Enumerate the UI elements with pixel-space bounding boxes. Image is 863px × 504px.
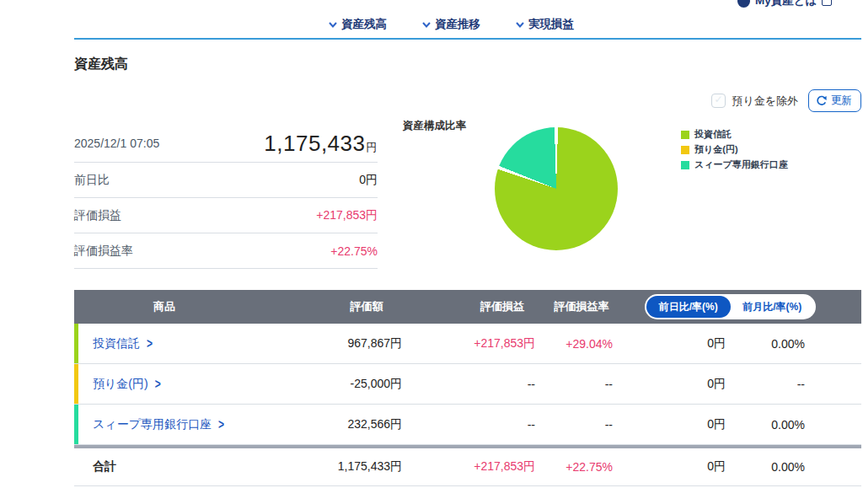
- valuation-pl-value: +217,853円: [316, 208, 378, 223]
- day-change-cell: 0円: [707, 448, 726, 485]
- legend-item: 預り金(円): [681, 143, 788, 156]
- my-asset-label: My資産とは: [755, 0, 817, 8]
- tab-realized-pl[interactable]: 実現損益: [516, 17, 574, 32]
- legend-swatch: [681, 146, 689, 154]
- summary-row-day-change: 前日比 0円: [74, 163, 378, 198]
- legend-swatch: [681, 161, 689, 169]
- pl-cell: +217,853円: [474, 448, 535, 485]
- summary-row-valuation-pl: 評価損益 +217,853円: [74, 198, 378, 233]
- as-of-timestamp: 2025/12/1 07:05: [74, 137, 159, 150]
- table-header: 商品 評価額 評価損益 評価損益率 前日比/率(%) 前月比/率(%): [74, 290, 861, 324]
- my-asset-help-link[interactable]: My資産とは: [737, 0, 832, 8]
- exclude-deposit-checkbox-wrap[interactable]: 預り金を除外: [711, 94, 798, 109]
- external-link-icon: [822, 0, 832, 6]
- tab-label: 資産推移: [435, 17, 480, 32]
- pl-rate-cell: --: [605, 405, 613, 444]
- tab-label: 資産残高: [341, 17, 387, 32]
- valuation-cell: 1,175,433円: [338, 448, 402, 485]
- refresh-button[interactable]: 更新: [808, 89, 861, 112]
- month-change-cell: 0.00%: [771, 405, 805, 444]
- checkbox-icon[interactable]: [711, 94, 726, 108]
- asset-balance-page: 資産残高 資産推移 実現損益 My資産とは 資産残高 預り金を除外 更新: [0, 0, 863, 504]
- blue-divider: [74, 38, 861, 40]
- pl-cell: --: [528, 405, 535, 444]
- pie-legend: 投資信託 預り金(円) スィープ専用銀行口座: [681, 128, 788, 171]
- page-title: 資産残高: [74, 56, 128, 73]
- header-valuation: 評価額: [351, 290, 383, 324]
- day-change-cell: 0円: [707, 364, 726, 404]
- pl-rate-cell: +29.04%: [566, 324, 613, 363]
- summary-row-valuation-pl-rate: 評価損益率 +22.75%: [74, 233, 378, 269]
- exclude-deposit-label[interactable]: 預り金を除外: [732, 94, 798, 109]
- day-change-value: 0円: [359, 173, 378, 188]
- product-link[interactable]: 預り金(円)>: [93, 364, 161, 404]
- day-change-cell: 0円: [707, 324, 726, 363]
- valuation-cell: 232,566円: [347, 405, 402, 444]
- summary-total-row: 2025/12/1 07:05 1,175,433円: [74, 125, 378, 163]
- pie-chart-title: 資産構成比率: [403, 119, 466, 133]
- tab-label: 実現損益: [528, 17, 574, 32]
- legend-item: 投資信託: [681, 128, 788, 141]
- header-pl: 評価損益: [480, 290, 524, 324]
- chevron-down-icon: [422, 22, 431, 28]
- pl-rate-cell: +22.75%: [566, 448, 613, 485]
- question-circle-icon: [737, 0, 750, 8]
- total-label: 合計: [93, 448, 116, 485]
- row-color-bar: [74, 405, 78, 444]
- toggle-month-change[interactable]: 前月比/率(%): [731, 296, 815, 318]
- month-change-cell: --: [797, 364, 805, 404]
- table-row-deposit: 預り金(円)> -25,000円 -- -- 0円 --: [74, 364, 861, 405]
- row-color-bar: [74, 364, 78, 404]
- table-controls: 預り金を除外 更新: [664, 89, 861, 112]
- month-change-cell: 0.00%: [771, 448, 805, 485]
- period-toggle: 前日比/率(%) 前月比/率(%): [645, 294, 816, 319]
- toggle-day-change[interactable]: 前日比/率(%): [646, 296, 731, 318]
- day-change-cell: 0円: [707, 405, 726, 444]
- valuation-cell: 967,867円: [347, 324, 402, 363]
- pl-cell: +217,853円: [474, 324, 535, 363]
- pie-chart: [495, 127, 618, 250]
- table-row-sweep-account: スィープ専用銀行口座> 232,566円 -- -- 0円 0.00%: [74, 405, 861, 445]
- chevron-right-icon: >: [155, 376, 161, 391]
- month-change-cell: 0.00%: [771, 324, 805, 363]
- refresh-label: 更新: [831, 94, 852, 108]
- table-row-investment-trust: 投資信託> 967,867円 +217,853円 +29.04% 0円 0.00…: [74, 324, 861, 364]
- section-tabs: 資産残高 資産推移 実現損益: [329, 17, 574, 32]
- chevron-right-icon: >: [147, 335, 153, 351]
- total-asset-value: 1,175,433円: [264, 131, 378, 157]
- product-link[interactable]: スィープ専用銀行口座>: [93, 405, 224, 444]
- tab-asset-transition[interactable]: 資産推移: [422, 17, 480, 32]
- table-row-total: 合計 1,175,433円 +217,853円 +22.75% 0円 0.00%: [74, 448, 861, 486]
- tab-asset-balance[interactable]: 資産残高: [329, 17, 387, 32]
- pl-cell: --: [528, 364, 535, 404]
- valuation-pl-rate-value: +22.75%: [330, 244, 378, 258]
- summary-panel: 2025/12/1 07:05 1,175,433円 前日比 0円 評価損益 +…: [74, 125, 378, 269]
- legend-item: スィープ専用銀行口座: [681, 158, 788, 171]
- row-color-bar: [74, 324, 78, 363]
- legend-swatch: [681, 131, 689, 139]
- header-pl-rate: 評価損益率: [555, 290, 609, 324]
- holdings-table: 商品 評価額 評価損益 評価損益率 前日比/率(%) 前月比/率(%) 投資信託…: [74, 290, 861, 486]
- pl-rate-cell: --: [605, 364, 613, 404]
- chevron-down-icon: [516, 22, 524, 28]
- refresh-icon: [816, 95, 827, 106]
- header-product: 商品: [153, 290, 175, 324]
- chevron-right-icon: >: [218, 416, 224, 432]
- valuation-cell: -25,000円: [351, 364, 402, 404]
- chevron-down-icon: [329, 22, 337, 28]
- product-link[interactable]: 投資信託>: [93, 324, 153, 363]
